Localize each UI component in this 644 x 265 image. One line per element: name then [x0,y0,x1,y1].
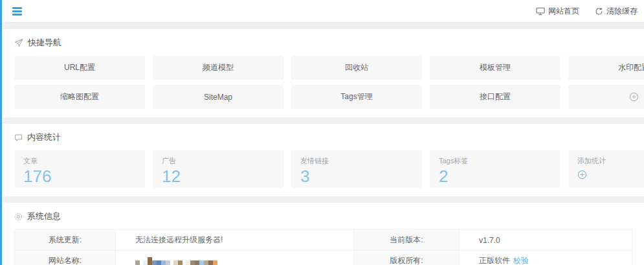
quick-nav-button[interactable]: 缩略图配置 [14,85,145,109]
table-row: 网站名称: 版权所有: 正版软件校验 [15,251,632,265]
stat-card-links: 友情链接 3 [291,150,422,188]
content-stats-header: 内容统计 [14,132,644,143]
system-update-label: 系统更新: [15,230,116,251]
copyright-value: 正版软件校验 [460,251,632,265]
gear-icon [14,213,23,221]
add-quick-nav-button[interactable] [568,85,644,109]
system-info-panel: 系统信息 系统更新: 无法连接远程升级服务器! 当前版本: v1.7.0 网站名… [0,203,644,265]
monitor-icon [536,7,545,16]
topbar: 网站首页 清除缓存 [0,0,644,23]
quick-nav-grid: URL配置 频道模型 回收站 模板管理 水印配置 缩略图配置 SiteMap T… [14,56,644,109]
quick-nav-button[interactable]: 水印配置 [568,56,644,80]
site-name-value [116,251,354,265]
stat-value: 12 [162,168,274,185]
stats-grid: 文章 176 广告 12 友情链接 3 Tags标签 2 添加统计 [14,150,644,188]
stat-value: 2 [439,168,551,185]
current-version-value: v1.7.0 [460,230,632,251]
topbar-right: 网站首页 清除缓存 [536,6,638,17]
site-home-button[interactable]: 网站首页 [536,6,579,17]
stat-label: Tags标签 [439,156,551,166]
stat-label: 广告 [162,156,274,166]
quick-nav-header: 快捷导航 [14,37,644,49]
comment-icon [14,133,23,142]
paper-plane-icon [14,38,23,47]
quick-nav-button[interactable]: 回收站 [291,56,422,80]
system-info-title: 系统信息 [27,211,61,222]
plus-circle-icon[interactable] [577,170,587,179]
verify-link[interactable]: 校验 [513,256,529,265]
stat-value: 176 [23,168,136,185]
stat-card-ads: 广告 12 [153,150,283,188]
content-stats-panel: 内容统计 文章 176 广告 12 友情链接 3 Tags标签 2 添加统计 [0,124,644,196]
site-name-redacted [135,257,217,265]
stat-label: 友情链接 [300,156,413,166]
stat-label: 添加统计 [577,156,644,166]
system-info-table: 系统更新: 无法连接远程升级服务器! 当前版本: v1.7.0 网站名称: 版权… [14,229,632,265]
quick-nav-panel: 快捷导航 URL配置 频道模型 回收站 模板管理 水印配置 缩略图配置 Site… [0,29,644,117]
copyright-text: 正版软件 [479,256,510,265]
quick-nav-button[interactable]: 接口配置 [430,85,561,109]
clear-cache-label: 清除缓存 [606,6,638,17]
system-info-header: 系统信息 [14,211,644,222]
content-stats-title: 内容统计 [27,132,61,143]
site-home-label: 网站首页 [548,6,579,17]
quick-nav-button[interactable]: URL配置 [14,56,145,80]
quick-nav-button[interactable]: 模板管理 [430,56,561,80]
stat-card-tags: Tags标签 2 [430,150,561,188]
quick-nav-button[interactable]: SiteMap [153,85,283,109]
plus-circle-icon [629,92,639,102]
quick-nav-button[interactable]: Tags管理 [291,85,422,109]
quick-nav-title: 快捷导航 [28,37,61,49]
system-update-value: 无法连接远程升级服务器! [116,230,354,251]
stat-label: 文章 [23,156,136,166]
hamburger-icon[interactable] [10,5,24,17]
stat-value: 3 [300,168,413,185]
refresh-icon [595,7,603,16]
site-name-label: 网站名称: [15,251,116,265]
stat-card-articles: 文章 176 [14,150,145,188]
current-version-label: 当前版本: [354,230,460,251]
clear-cache-button[interactable]: 清除缓存 [595,6,638,17]
left-accent-strip [0,0,2,265]
table-row: 系统更新: 无法连接远程升级服务器! 当前版本: v1.7.0 [15,230,632,251]
add-stat-card[interactable]: 添加统计 [568,150,644,188]
copyright-label: 版权所有: [354,251,460,265]
quick-nav-button[interactable]: 频道模型 [153,56,283,80]
